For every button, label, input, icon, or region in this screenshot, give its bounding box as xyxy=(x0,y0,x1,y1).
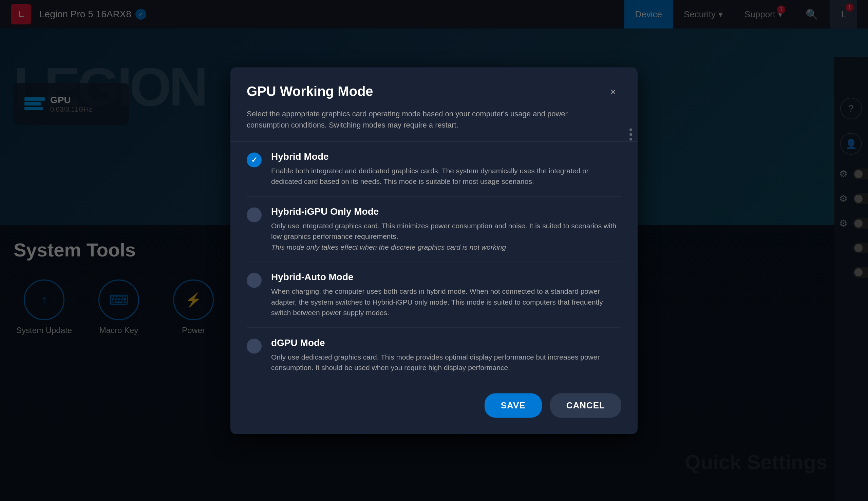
mode-hybrid[interactable]: Hybrid Mode Enable both integrated and d… xyxy=(247,141,621,196)
mode-dgpu-content: dGPU Mode Only use dedicated graphics ca… xyxy=(271,337,621,373)
mode-dgpu-desc: Only use dedicated graphics card. This m… xyxy=(271,351,621,373)
mode-hybrid-desc: Enable both integrated and dedicated gra… xyxy=(271,165,621,186)
mode-auto-desc: When charging, the computer uses both ca… xyxy=(271,286,621,318)
modal-dots-menu[interactable] xyxy=(629,128,632,140)
mode-igpu-radio[interactable] xyxy=(247,207,262,222)
modal-header: GPU Working Mode × xyxy=(247,84,621,100)
mode-igpu[interactable]: Hybrid-iGPU Only Mode Only use integrate… xyxy=(247,196,621,262)
mode-dgpu-radio[interactable] xyxy=(247,339,262,353)
mode-dgpu[interactable]: dGPU Mode Only use dedicated graphics ca… xyxy=(247,328,621,382)
modal-close-button[interactable]: × xyxy=(605,84,621,100)
mode-auto-name: Hybrid-Auto Mode xyxy=(271,272,621,283)
gpu-working-mode-modal: GPU Working Mode × Select the appropriat… xyxy=(230,67,638,434)
save-button[interactable]: SAVE xyxy=(485,393,542,417)
mode-auto[interactable]: Hybrid-Auto Mode When charging, the comp… xyxy=(247,262,621,328)
modal-title: GPU Working Mode xyxy=(247,84,373,99)
cancel-button[interactable]: CANCEL xyxy=(550,393,621,417)
mode-hybrid-radio[interactable] xyxy=(247,152,262,167)
mode-hybrid-name: Hybrid Mode xyxy=(271,151,621,162)
mode-auto-content: Hybrid-Auto Mode When charging, the comp… xyxy=(271,272,621,318)
mode-auto-radio[interactable] xyxy=(247,273,262,288)
modal-subtitle: Select the appropriate graphics card ope… xyxy=(247,108,579,130)
mode-igpu-content: Hybrid-iGPU Only Mode Only use integrate… xyxy=(271,206,621,252)
mode-dgpu-name: dGPU Mode xyxy=(271,337,621,348)
modal-footer: SAVE CANCEL xyxy=(247,393,621,417)
mode-hybrid-content: Hybrid Mode Enable both integrated and d… xyxy=(271,151,621,186)
mode-igpu-name: Hybrid-iGPU Only Mode xyxy=(271,206,621,217)
gpu-modes-list: Hybrid Mode Enable both integrated and d… xyxy=(247,141,621,382)
mode-igpu-desc: Only use integrated graphics card. This … xyxy=(271,220,621,252)
